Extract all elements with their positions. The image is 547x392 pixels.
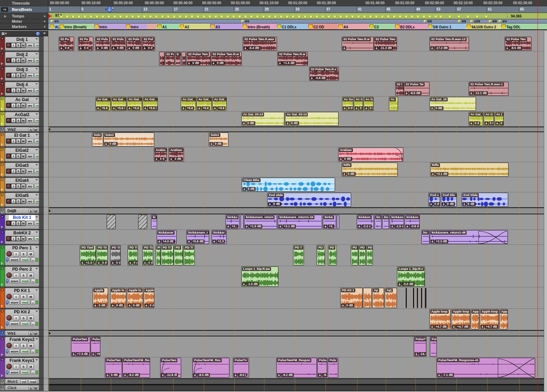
clip-gain[interactable]: +4.7 dB bbox=[481, 325, 498, 329]
clip-gain[interactable]: 0 dB bbox=[96, 46, 109, 50]
clip-gain[interactable]: +3.1 dB bbox=[278, 224, 296, 228]
clip-gain[interactable]: 0 dB bbox=[104, 142, 118, 146]
clip-gain-fader-icon[interactable] bbox=[324, 224, 327, 228]
input-monitor-button[interactable]: I bbox=[11, 154, 16, 158]
clip-gain-fader-icon[interactable] bbox=[104, 142, 108, 146]
record-enable-button[interactable] bbox=[6, 221, 11, 226]
clip-arabia[interactable]: Arabia0 d bbox=[154, 148, 167, 162]
track-height-handle[interactable] bbox=[44, 287, 49, 309]
track-color-strip[interactable]: ▾ bbox=[0, 208, 5, 214]
clip-0[interactable]: 0: bbox=[175, 52, 181, 66]
marker[interactable]: Intro (Breath) bbox=[59, 24, 86, 29]
solo-button[interactable]: S bbox=[20, 294, 27, 299]
track-color-strip[interactable]: ▾ bbox=[0, 82, 5, 96]
markers-ruler[interactable]: ALLIntro (Breath)IntroIntroA1A2A3Intro (… bbox=[0, 23, 547, 30]
clip-gain[interactable]: 0 d bbox=[143, 46, 154, 50]
clock-icon[interactable] bbox=[6, 370, 8, 375]
record-enable-button[interactable] bbox=[6, 139, 11, 143]
timecode-ruler[interactable]: 00:00:00:0000:00:10:0000:00:20:0000:00:3… bbox=[0, 0, 547, 6]
clip-gain[interactable]: 0 d bbox=[495, 121, 504, 125]
track-header-click[interactable]: ▾ClickSM bbox=[0, 385, 44, 391]
clip-gain[interactable]: +9.! bbox=[91, 352, 100, 356]
clip-gain[interactable]: -1.5 dB bbox=[242, 282, 259, 286]
track-height-handle[interactable] bbox=[44, 132, 49, 147]
clip-gain[interactable]: -8.5 dB bbox=[193, 373, 210, 377]
track-color-strip[interactable]: ▾ bbox=[0, 127, 5, 131]
waveform-view-button[interactable]: wave bbox=[9, 321, 20, 326]
clip-pd-ti[interactable]: PD Ti bbox=[161, 245, 173, 265]
automation-read-button[interactable]: read bbox=[20, 370, 30, 375]
clip-gain[interactable]: +7.3 dE bbox=[72, 352, 89, 356]
clip-clean-5ths[interactable]: Clean 5ths0 dB bbox=[242, 178, 335, 192]
input-monitor-button[interactable]: I bbox=[13, 315, 19, 321]
automation-read-button[interactable]: read bbox=[20, 279, 30, 283]
solo-button[interactable]: S bbox=[20, 315, 27, 321]
chevron-down-icon[interactable] bbox=[43, 33, 46, 34]
track-height-handle[interactable] bbox=[44, 51, 49, 66]
clip-gain-fader-icon[interactable] bbox=[469, 91, 473, 95]
clip-02-pulse-twc[interactable]: 02 Pulse Twc-8.5 dB bbox=[505, 37, 532, 51]
clip-loops-1-bip-r-wa[interactable]: Loops 1_bip.R.wa-1.5 dB bbox=[241, 266, 278, 287]
clip-gain[interactable]: +2.3 bbox=[212, 240, 225, 243]
track-color-strip[interactable]: ▾ bbox=[0, 148, 5, 162]
clip-gain-fader-icon[interactable] bbox=[429, 202, 433, 206]
track-options-chevron-icon[interactable] bbox=[35, 98, 38, 100]
track-color-strip[interactable]: ▾ bbox=[0, 178, 5, 192]
clip-02-pulse-two-r-w[interactable]: 02 Pulse Two.R.w bbox=[342, 37, 374, 51]
track-color-strip[interactable]: ▾ bbox=[0, 52, 5, 66]
track-height-handle[interactable] bbox=[44, 192, 49, 207]
track-header-pd-kit-2[interactable]: ▾PD Kit 2ISMwaveread⌄ bbox=[0, 309, 44, 330]
track-options-chevron-icon[interactable] bbox=[35, 83, 38, 85]
automation-read-button[interactable]: red bbox=[34, 199, 39, 204]
track-collapse-icon[interactable]: ▾ bbox=[1, 288, 4, 291]
solo-button[interactable]: S bbox=[16, 103, 21, 108]
clip-gain-fader-icon[interactable] bbox=[431, 240, 434, 243]
track-name[interactable]: PD Perc 1 bbox=[5, 245, 39, 251]
add-meter-button[interactable]: + bbox=[44, 19, 46, 23]
clip-gain[interactable]: 0 dB bbox=[209, 142, 223, 146]
track-name[interactable]: PD Kit 1 bbox=[5, 288, 39, 293]
clip-pd-ti[interactable]: PD Ti0 d bbox=[128, 245, 138, 265]
clip-gain[interactable]: 0 dB bbox=[430, 106, 443, 110]
clip-gain[interactable]: 0 d bbox=[429, 202, 440, 206]
clip-gain[interactable]: +4.0 dE bbox=[157, 240, 175, 243]
clip-gain-fader-icon[interactable] bbox=[390, 224, 394, 228]
track-color-strip[interactable]: ▾ bbox=[0, 163, 5, 177]
clip-pulsetwo[interactable]: PulseTwo+7.3 dE bbox=[71, 337, 90, 357]
marker[interactable]: Tag DDL bbox=[502, 24, 520, 29]
clip-gain[interactable]: 0 dB bbox=[268, 202, 281, 206]
marker[interactable]: 9&10/8 Outro 2 bbox=[467, 24, 496, 29]
clip-end-slic[interactable]: End Slic0 dB bbox=[441, 193, 457, 207]
solo-button[interactable]: S bbox=[20, 273, 27, 278]
input-monitor-button[interactable]: I bbox=[11, 236, 16, 241]
clip-ac-gat[interactable]: Ac Gat0 d bbox=[342, 97, 353, 111]
meter-ruler[interactable]: 4/44/45/89/810/89/84/4Meter+ bbox=[0, 19, 547, 23]
clip-gain[interactable]: 0 d bbox=[143, 261, 153, 265]
input-monitor-button[interactable]: I bbox=[11, 184, 16, 188]
clip-pd-tii[interactable]: PD Tii0 d bbox=[110, 245, 121, 265]
automation-read-button[interactable]: red bbox=[34, 118, 39, 123]
track-options-chevron-icon[interactable] bbox=[35, 164, 38, 166]
clip-gain-fader-icon[interactable] bbox=[143, 106, 147, 110]
track-header-ac-gat[interactable]: ▾Ac GatISMwvred bbox=[0, 97, 44, 112]
clip-gain-fader-icon[interactable] bbox=[462, 202, 466, 206]
clip-gain-fader-icon[interactable] bbox=[143, 261, 147, 265]
track-collapse-icon[interactable]: ▾ bbox=[1, 358, 4, 361]
track-color-strip[interactable]: ▾ bbox=[0, 193, 5, 207]
clock-icon[interactable] bbox=[36, 31, 40, 36]
clip-gain[interactable]: -1.5 c bbox=[390, 224, 404, 228]
track-name[interactable]: El Gat 1 bbox=[5, 133, 39, 138]
track-header-ddjb[interactable]: ▾DdjBSM bbox=[0, 207, 44, 214]
clip[interactable] bbox=[182, 52, 186, 66]
track-header-mstr1[interactable]: ▾Mstr1volread bbox=[0, 378, 44, 385]
clip-gain-fader-icon[interactable] bbox=[155, 157, 158, 161]
track-height-handle[interactable] bbox=[44, 214, 49, 230]
clip-gain[interactable]: +2.3 i bbox=[80, 261, 95, 265]
track-name[interactable]: ElGat3 bbox=[5, 163, 39, 168]
tempo-ruler-label[interactable]: Tempo▶+ bbox=[0, 13, 48, 19]
waveform-view-button[interactable]: wave bbox=[9, 257, 20, 262]
vertical-scrollbar[interactable] bbox=[544, 31, 547, 392]
clip-gain[interactable]: -9.: bbox=[318, 373, 327, 377]
track-height-handle[interactable] bbox=[44, 147, 49, 162]
automation-read-button[interactable]: red bbox=[34, 88, 39, 93]
